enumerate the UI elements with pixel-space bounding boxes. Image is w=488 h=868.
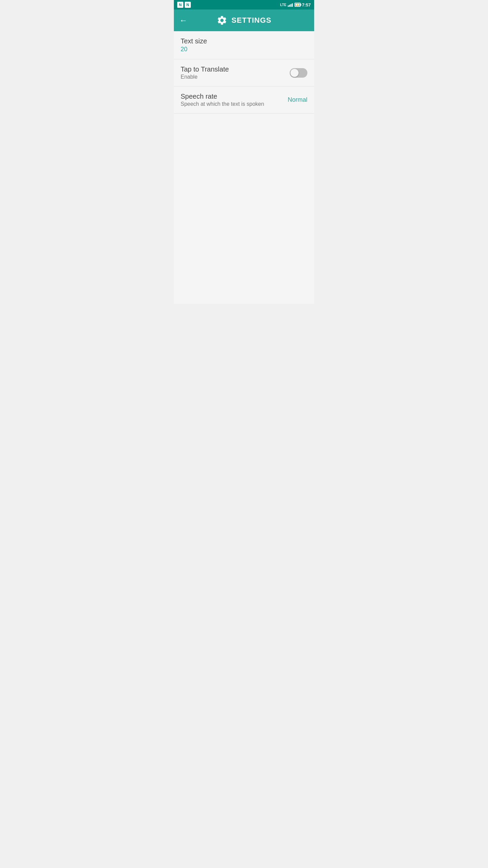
back-button[interactable]: ←	[179, 16, 187, 25]
notification-icon-1: N	[177, 2, 183, 8]
speech-rate-value: Normal	[288, 96, 307, 103]
tap-to-translate-subtitle: Enable	[181, 74, 290, 80]
time-display: 7:57	[302, 2, 311, 7]
signal-icon	[288, 3, 293, 7]
status-bar-right: LTE ⚡ 7:57	[280, 2, 311, 7]
tap-to-translate-setting[interactable]: Tap to Translate Enable	[174, 59, 314, 86]
notification-icon-2: N	[185, 2, 191, 8]
status-bar-left: N N	[177, 2, 191, 8]
settings-content: Text size 20 Tap to Translate Enable Spe…	[174, 31, 314, 304]
tap-to-translate-title: Tap to Translate	[181, 65, 290, 73]
text-size-setting[interactable]: Text size 20	[174, 31, 314, 59]
speech-rate-title: Speech rate	[181, 93, 288, 100]
speech-rate-subtitle: Speech at which the text is spoken	[181, 101, 288, 107]
status-bar: N N LTE ⚡ 7:57	[174, 0, 314, 9]
speech-rate-info: Speech rate Speech at which the text is …	[181, 93, 288, 107]
gear-icon	[217, 15, 227, 26]
toggle-thumb	[290, 69, 299, 77]
text-size-value: 20	[181, 46, 307, 53]
tap-to-translate-info: Tap to Translate Enable	[181, 65, 290, 80]
battery-icon: ⚡	[294, 3, 301, 7]
text-size-info: Text size 20	[181, 37, 307, 53]
text-size-title: Text size	[181, 37, 307, 45]
tap-to-translate-toggle[interactable]	[290, 68, 307, 78]
lte-icon: LTE	[280, 3, 286, 7]
app-bar-title: SETTINGS	[193, 15, 295, 26]
toggle-track	[290, 68, 307, 78]
app-bar: ← SETTINGS	[174, 9, 314, 31]
app-bar-title-text: SETTINGS	[231, 16, 271, 25]
speech-rate-setting[interactable]: Speech rate Speech at which the text is …	[174, 86, 314, 114]
